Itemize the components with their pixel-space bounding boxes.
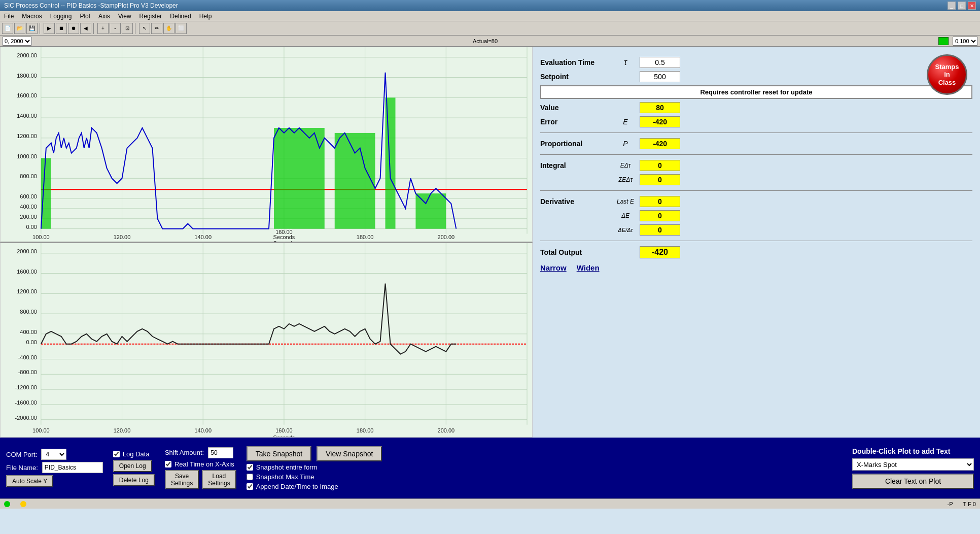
menu-axis[interactable]: Axis <box>94 12 114 21</box>
svg-text:1200.00: 1200.00 <box>17 133 37 139</box>
error-label: Error <box>540 118 611 126</box>
minimize-button[interactable]: _ <box>948 2 956 10</box>
real-time-row: Real Time on X-Axis <box>165 460 236 468</box>
close-button[interactable]: ✕ <box>968 2 976 10</box>
com-port-label: COM Port: <box>6 451 37 458</box>
double-click-label: Double-Click Plot to add Text <box>852 447 950 455</box>
save-load-row: Save Settings Load Settings <box>165 470 236 489</box>
derivative-label: Derivative <box>540 197 611 206</box>
svg-text:1600.00: 1600.00 <box>17 92 37 98</box>
svg-rect-40 <box>274 128 325 229</box>
proportional-display: -420 <box>640 138 680 149</box>
toolbar-fit[interactable]: ⊡ <box>122 23 133 34</box>
value-display: 80 <box>640 102 680 113</box>
chart-top[interactable]: 2000.00 1800.00 1600.00 1400.00 1200.00 … <box>0 47 533 243</box>
clear-text-row: Clear Text on Plot <box>852 474 974 489</box>
load-settings-button[interactable]: Load Settings <box>202 470 236 489</box>
toolbar-save[interactable]: 💾 <box>26 23 38 34</box>
tau-input[interactable] <box>640 57 680 68</box>
integral-symbol2: ΣEΔτ <box>615 176 636 183</box>
toolbar-pan[interactable]: ✋ <box>163 23 174 34</box>
save-settings-button[interactable]: Save Settings <box>165 470 199 489</box>
widen-label[interactable]: Widen <box>577 263 600 272</box>
derivative-display3: 0 <box>640 224 680 236</box>
menu-view[interactable]: View <box>114 12 135 21</box>
menu-help[interactable]: Help <box>195 12 216 21</box>
log-data-checkbox[interactable] <box>113 451 120 457</box>
total-output-row: Total Output -420 <box>540 246 972 258</box>
toolbar-sep2 <box>93 23 95 34</box>
derivative-display1: 0 <box>640 196 680 207</box>
maximize-button[interactable]: □ <box>958 2 966 10</box>
title-text: SIC Process Control -- PID Basics -Stamp… <box>4 2 178 9</box>
menu-file[interactable]: File <box>0 12 18 21</box>
toolbar-back[interactable]: ◀ <box>80 23 91 34</box>
svg-text:-400.00: -400.00 <box>18 354 37 360</box>
toolbar-zoom-in[interactable]: + <box>97 23 109 34</box>
svg-text:800.00: 800.00 <box>20 173 37 179</box>
toolbar-record[interactable]: ⏺ <box>68 23 79 34</box>
menu-defined[interactable]: Defined <box>166 12 195 21</box>
snapshot-max-checkbox[interactable] <box>247 474 253 480</box>
com-port-select[interactable]: 4 <box>41 449 66 460</box>
svg-text:180.00: 180.00 <box>357 427 374 433</box>
clear-text-button[interactable]: Clear Text on Plot <box>852 474 974 489</box>
evaluation-time-row: Evaluation Time τ <box>540 57 972 68</box>
take-snapshot-button[interactable]: Take Snapshot <box>247 446 312 461</box>
text-style-select[interactable]: X-Marks Spot <box>852 458 974 471</box>
toolbar-open[interactable]: 📂 <box>14 23 25 34</box>
auto-scale-y-button[interactable]: Auto Scale Y <box>6 475 53 487</box>
shift-amount-input[interactable] <box>208 447 233 458</box>
right-panel-inner: StampsinClass Evaluation Time τ Setpoint… <box>540 52 972 274</box>
real-time-checkbox[interactable] <box>165 461 171 468</box>
value-row: Value 80 <box>540 102 972 113</box>
tau-symbol: τ <box>615 58 636 67</box>
view-snapshot-button[interactable]: View Snapshot <box>317 446 382 461</box>
open-log-button[interactable]: Open Log <box>113 460 152 472</box>
logo-area: StampsinClass <box>927 54 967 95</box>
snapshot-max-label: Snapshot Max Time <box>256 473 314 481</box>
menu-logging[interactable]: Logging <box>46 12 76 21</box>
log-data-label: Log Data <box>123 450 150 458</box>
status-indicator <box>938 37 949 45</box>
toolbar-pencil[interactable]: ✏ <box>151 23 162 34</box>
menu-register[interactable]: Register <box>135 12 166 21</box>
chart-bottom[interactable]: 2000.00 1600.00 1200.00 800.00 400.00 0.… <box>0 243 533 438</box>
narrow-label[interactable]: Narrow <box>540 263 567 272</box>
svg-rect-44 <box>1 243 532 438</box>
toolbar-new[interactable]: 📄 <box>2 23 13 34</box>
svg-text:Seconds: Seconds <box>273 435 295 437</box>
snapshot-entire-checkbox[interactable] <box>247 464 253 471</box>
setpoint-label: Setpoint <box>540 73 611 81</box>
svg-text:140.00: 140.00 <box>194 427 212 433</box>
svg-text:0.00: 0.00 <box>26 339 37 345</box>
auto-scale-row: Auto Scale Y <box>6 475 103 487</box>
range2-select[interactable]: 0,100 <box>953 37 978 46</box>
toolbar-zoom-out[interactable]: - <box>110 23 121 34</box>
delete-log-button[interactable]: Delete Log <box>113 474 155 486</box>
svg-text:1800.00: 1800.00 <box>17 73 37 79</box>
snapshot-max-row: Snapshot Max Time <box>247 473 382 481</box>
svg-text:200.00: 200.00 <box>438 234 455 240</box>
svg-text:140.00: 140.00 <box>194 234 212 240</box>
menu-plot[interactable]: Plot <box>76 12 94 21</box>
toolbar-stop[interactable]: ⏹ <box>56 23 67 34</box>
bottom-panel: COM Port: 4 File Name: Auto Scale Y Log … <box>0 438 980 498</box>
axis-range-select[interactable]: 0, 2000 <box>2 37 32 46</box>
menu-macros[interactable]: Macros <box>18 12 46 21</box>
append-date-row: Append Date/Time to Image <box>247 483 382 490</box>
status-p-indicator: -P <box>948 501 953 507</box>
toolbar-run[interactable]: ▶ <box>44 23 55 34</box>
text-dropdown-row: X-Marks Spot <box>852 458 974 471</box>
append-date-checkbox[interactable] <box>247 483 253 490</box>
toolbar-cursor[interactable]: ↖ <box>139 23 150 34</box>
svg-rect-39 <box>41 158 51 229</box>
setpoint-input[interactable] <box>640 71 680 82</box>
error-symbol: E <box>615 118 636 126</box>
derivative-row3: ΔE/Δτ 0 <box>540 224 972 236</box>
file-name-input[interactable] <box>42 462 103 473</box>
total-output-label: Total Output <box>540 248 611 256</box>
integral-display1: 0 <box>640 160 680 171</box>
toolbar-select[interactable]: ⬜ <box>176 23 187 34</box>
svg-text:1400.00: 1400.00 <box>17 113 37 119</box>
